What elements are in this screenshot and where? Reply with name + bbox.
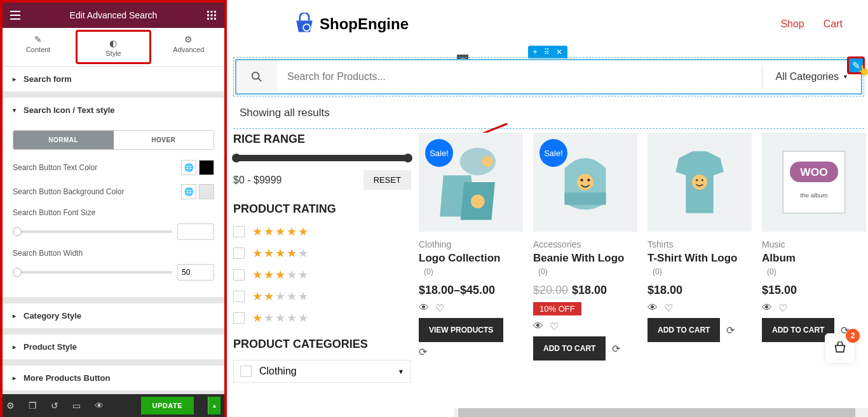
font-size-input[interactable]: [177, 223, 214, 240]
reset-button[interactable]: RESET: [363, 170, 411, 190]
header-nav: Shop Cart: [780, 18, 843, 30]
state-tab-hover[interactable]: HOVER: [114, 131, 214, 149]
width-input[interactable]: [177, 264, 214, 281]
heart-icon[interactable]: ♡: [435, 302, 444, 314]
svg-text:the  album: the album: [801, 192, 828, 199]
settings-icon[interactable]: ⚙: [6, 400, 15, 411]
add-to-cart-button[interactable]: ADD TO CART: [762, 318, 834, 342]
nav-shop[interactable]: Shop: [780, 18, 804, 30]
svg-point-15: [577, 174, 593, 190]
sale-badge: Sale!: [425, 139, 453, 167]
control-bg-color: Search Button Background Color 🌐: [13, 184, 214, 199]
filters-sidebar: RICE RANGE $0 - $9999 RESET PRODUCT RATI…: [233, 133, 411, 383]
svg-rect-3: [207, 15, 209, 17]
color-swatch-light[interactable]: [199, 184, 214, 199]
view-icon[interactable]: 👁: [648, 302, 658, 314]
color-swatch-black[interactable]: [199, 160, 214, 175]
product-title[interactable]: Beanie With Logo: [533, 252, 637, 265]
editor-panel: Edit Advanced Search ✎ Content ◐ Style ⚙…: [0, 0, 227, 417]
update-dropdown[interactable]: ▲: [208, 397, 220, 414]
responsive-icon[interactable]: ▭: [72, 400, 81, 411]
caret-right-icon: ▸: [13, 374, 16, 381]
product-card: Sale! Accessories Beanie With Logo (0) $…: [533, 133, 637, 383]
control-text-color: Search Button Text Color 🌐: [13, 160, 214, 175]
accordion-header-search-form[interactable]: ▸ Search form: [3, 67, 224, 91]
close-icon[interactable]: ✕: [556, 48, 562, 56]
product-price: $18.00–$45.00: [419, 284, 523, 297]
add-to-cart-button[interactable]: ADD TO CART: [648, 318, 720, 342]
floating-cart-button[interactable]: 2: [825, 333, 855, 364]
heart-icon[interactable]: ♡: [778, 302, 787, 314]
svg-text:WOO: WOO: [800, 166, 827, 178]
add-to-cart-button[interactable]: ADD TO CART: [533, 336, 606, 361]
svg-rect-2: [214, 11, 216, 13]
history-icon[interactable]: ↺: [51, 400, 58, 411]
product-image[interactable]: Sale!: [419, 133, 523, 232]
accordion-header-product[interactable]: ▸ Product Style: [3, 334, 224, 359]
rating-2[interactable]: ★★★★★: [233, 289, 411, 303]
search-input[interactable]: [277, 71, 762, 83]
product-category: Accessories: [533, 239, 637, 249]
product-title[interactable]: Logo Collection: [419, 252, 523, 265]
horizontal-scrollbar[interactable]: [454, 408, 868, 417]
product-title[interactable]: Album: [762, 252, 866, 265]
product-image[interactable]: Sale!: [533, 133, 637, 232]
accordion-body: NORMAL HOVER Search Button Text Color 🌐 …: [3, 122, 224, 297]
svg-point-13: [471, 195, 485, 209]
site-header: ShopEngine Shop Cart: [229, 6, 868, 48]
sale-badge: Sale!: [539, 139, 567, 167]
state-tab-normal[interactable]: NORMAL: [13, 131, 114, 149]
discount-badge: 10% OFF: [533, 302, 581, 315]
tab-content[interactable]: ✎ Content: [3, 28, 74, 66]
hamburger-icon[interactable]: [8, 8, 23, 23]
svg-rect-5: [214, 15, 216, 17]
accordion-header-category[interactable]: ▸ Category Style: [3, 303, 224, 328]
product-image[interactable]: [648, 133, 752, 232]
width-slider[interactable]: [13, 271, 172, 274]
price-slider[interactable]: [233, 155, 411, 161]
nav-cart[interactable]: Cart: [824, 18, 843, 30]
globe-icon[interactable]: 🌐: [181, 184, 196, 199]
heart-icon[interactable]: ♡: [664, 302, 673, 314]
font-size-slider[interactable]: [13, 230, 172, 233]
compare-icon[interactable]: ⟳: [419, 346, 523, 358]
rating-3[interactable]: ★★★★★: [233, 268, 411, 282]
accordion-more-products: ▸ More Products Button: [3, 366, 224, 390]
rating-5[interactable]: ★★★★★: [233, 225, 411, 239]
svg-point-12: [482, 156, 492, 167]
accordion-header-search-icon[interactable]: ▾ Search Icon / Text style: [3, 98, 224, 122]
rating-4[interactable]: ★★★★★: [233, 246, 411, 260]
view-products-button[interactable]: VIEW PRODUCTS: [419, 318, 503, 342]
results-text: Showing all results: [233, 100, 864, 129]
logo-icon: [293, 13, 316, 36]
state-tabs: NORMAL HOVER: [13, 130, 214, 150]
view-icon[interactable]: 👁: [419, 302, 429, 314]
rating-1[interactable]: ★★★★★: [233, 311, 411, 325]
tab-style[interactable]: ◐ Style: [76, 30, 151, 64]
apps-icon[interactable]: [204, 8, 219, 23]
category-clothing[interactable]: Clothing ▼: [233, 360, 411, 383]
review-count: (0): [419, 267, 523, 276]
svg-point-18: [692, 175, 707, 190]
view-icon[interactable]: 👁: [533, 321, 543, 333]
product-grid: Sale! Clothing Logo Collection (0) $18.0…: [419, 133, 866, 383]
search-icon[interactable]: [236, 60, 277, 93]
layers-icon[interactable]: ❐: [29, 400, 37, 411]
category-dropdown[interactable]: All Categories ▼: [762, 65, 861, 88]
compare-icon[interactable]: ⟳: [612, 343, 620, 355]
drag-icon[interactable]: ⠿: [544, 48, 550, 56]
site-logo[interactable]: ShopEngine: [293, 13, 409, 36]
tab-advanced[interactable]: ⚙ Advanced: [153, 28, 224, 66]
preview-icon[interactable]: 👁: [95, 400, 104, 411]
globe-icon[interactable]: 🌐: [181, 160, 196, 175]
view-icon[interactable]: 👁: [762, 302, 772, 314]
accordion-header-more[interactable]: ▸ More Products Button: [3, 366, 224, 390]
product-image[interactable]: WOOthe album: [762, 133, 866, 232]
add-icon[interactable]: +: [532, 48, 537, 56]
product-title[interactable]: T-Shirt With Logo: [648, 252, 752, 265]
heart-icon[interactable]: ♡: [550, 321, 559, 333]
product-price: $15.00: [762, 284, 866, 297]
update-button[interactable]: UPDATE: [141, 397, 194, 414]
compare-icon[interactable]: ⟳: [726, 324, 735, 336]
accordion-search-form: ▸ Search form: [3, 67, 224, 91]
